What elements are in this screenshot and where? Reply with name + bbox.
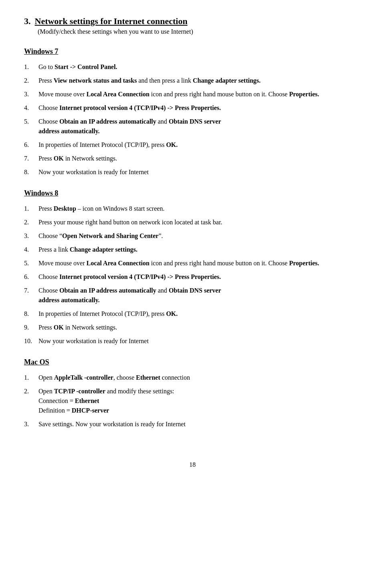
list-item: 3.Move mouse over Local Area Connection … — [24, 90, 361, 99]
list-item-content: In properties of Internet Protocol (TCP/… — [38, 309, 361, 319]
heading-subtitle: (Modify/check these settings when you wa… — [38, 28, 361, 35]
bold-text: Internet protocol version 4 (TCP/IPv4) -… — [59, 104, 221, 111]
bold-text: OK. — [166, 141, 178, 148]
list-item: 3.Choose “Open Network and Sharing Cente… — [24, 231, 361, 241]
list-item-content: Move mouse over Local Area Connection ic… — [38, 258, 361, 268]
list-item: 1.Press Desktop – icon on Windows 8 star… — [24, 204, 361, 214]
list-item-content: Choose Obtain an IP address automaticall… — [38, 286, 361, 305]
list-item-number: 10. — [24, 336, 38, 346]
list-item-number: 7. — [24, 154, 38, 163]
list-item: 5.Move mouse over Local Area Connection … — [24, 258, 361, 268]
list-item: 8.Now your workstation is ready for Inte… — [24, 167, 361, 177]
bold-text: Internet protocol version 4 (TCP/IPv4) -… — [59, 273, 221, 280]
page-number: 18 — [189, 461, 196, 468]
list-item: 10.Now your workstation is ready for Int… — [24, 336, 361, 346]
list-item-content: Press OK in Network settings. — [38, 154, 361, 163]
list-item-content: Press OK in Network settings. — [38, 323, 361, 332]
list-item-number: 3. — [24, 419, 38, 429]
list-item: 6.Choose Internet protocol version 4 (TC… — [24, 272, 361, 282]
bold-text: Start -> Control Panel. — [55, 63, 117, 70]
list-item: 7.Choose Obtain an IP address automatica… — [24, 286, 361, 305]
list-item-content: Press Desktop – icon on Windows 8 start … — [38, 204, 361, 214]
list-item-number: 2. — [24, 218, 38, 227]
list-item-number: 2. — [24, 76, 38, 85]
bold-text: OK — [54, 155, 64, 162]
list-item-number: 8. — [24, 309, 38, 319]
list-item: 1.Open AppleTalk -controller, choose Eth… — [24, 373, 361, 383]
bold-text: address automatically. — [38, 128, 100, 134]
bold-text: Ethernet — [136, 374, 160, 381]
bold-text: Local Area Connection — [87, 91, 150, 98]
list-item-number: 3. — [24, 231, 38, 241]
list-item: 7.Press OK in Network settings. — [24, 154, 361, 163]
bold-text: View network status and tasks — [54, 77, 137, 84]
list-item-number: 5. — [24, 117, 38, 136]
bold-text: OK — [54, 324, 64, 331]
list-item: 4.Choose Internet protocol version 4 (TC… — [24, 103, 361, 113]
list-item: 3.Save settings. Now your workstation is… — [24, 419, 361, 429]
bold-text: DHCP-server — [72, 407, 109, 414]
list-item: 2.Open TCP/IP -controller and modify the… — [24, 387, 361, 415]
list-windows7: 1.Go to Start -> Control Panel.2.Press V… — [24, 62, 361, 177]
heading-title: Network settings for Internet connection — [35, 16, 188, 26]
bold-text: Ethernet — [75, 397, 99, 404]
bold-text: Obtain DNS server — [169, 118, 221, 125]
list-item-number: 4. — [24, 245, 38, 254]
list-item-content: Press your mouse right hand button on ne… — [38, 218, 361, 227]
section-heading-windows8: Windows 8 — [24, 189, 361, 197]
bold-text: Local Area Connection — [87, 260, 150, 267]
list-item: 2.Press your mouse right hand button on … — [24, 218, 361, 227]
section-windows7: Windows 71.Go to Start -> Control Panel.… — [24, 47, 361, 177]
list-item-content: Open TCP/IP -controller and modify these… — [38, 387, 361, 415]
list-item-number: 8. — [24, 167, 38, 177]
sections-container: Windows 71.Go to Start -> Control Panel.… — [24, 47, 361, 429]
list-item-number: 9. — [24, 323, 38, 332]
list-item-content: Press View network status and tasks and … — [38, 76, 361, 85]
list-item-content: Now your workstation is ready for Intern… — [38, 336, 361, 346]
list-item-content: Open AppleTalk -controller, choose Ether… — [38, 373, 361, 383]
list-item-content: In properties of Internet Protocol (TCP/… — [38, 140, 361, 150]
list-macos: 1.Open AppleTalk -controller, choose Eth… — [24, 373, 361, 429]
bold-text: Open Network and Sharing Center — [62, 232, 158, 239]
list-item-content: Choose Internet protocol version 4 (TCP/… — [38, 103, 361, 113]
list-item-number: 1. — [24, 204, 38, 214]
list-item-number: 6. — [24, 272, 38, 282]
list-item: 8.In properties of Internet Protocol (TC… — [24, 309, 361, 319]
list-item: 4.Press a link Change adapter settings. — [24, 245, 361, 254]
list-item-content: Press a link Change adapter settings. — [38, 245, 361, 254]
list-item-content: Save settings. Now your workstation is r… — [38, 419, 361, 429]
page-footer: 18 — [24, 461, 361, 468]
bold-text: Properties. — [289, 260, 319, 267]
heading-number: 3. — [24, 16, 31, 26]
list-item-number: 4. — [24, 103, 38, 113]
list-windows8: 1.Press Desktop – icon on Windows 8 star… — [24, 204, 361, 346]
list-item-number: 3. — [24, 90, 38, 99]
main-heading: 3. Network settings for Internet connect… — [24, 16, 361, 35]
section-heading-macos: Mac OS — [24, 358, 361, 366]
bold-text: AppleTalk -controller — [54, 374, 113, 381]
list-item-number: 2. — [24, 387, 38, 415]
bold-text: OK. — [166, 310, 178, 317]
list-item: 2.Press View network status and tasks an… — [24, 76, 361, 85]
list-item-content: Go to Start -> Control Panel. — [38, 62, 361, 72]
list-item-number: 7. — [24, 286, 38, 305]
bold-text: address automatically. — [38, 297, 100, 303]
bold-text: Properties. — [289, 91, 319, 98]
list-item-number: 1. — [24, 62, 38, 72]
bold-text: TCP/IP -controller — [54, 388, 105, 395]
bold-text: Change adapter settings. — [70, 246, 138, 253]
list-item-number: 1. — [24, 373, 38, 383]
list-item: 5.Choose Obtain an IP address automatica… — [24, 117, 361, 136]
section-windows8: Windows 81.Press Desktop – icon on Windo… — [24, 189, 361, 346]
bold-text: Obtain an IP address automatically — [59, 287, 156, 294]
list-item-content: Move mouse over Local Area Connection ic… — [38, 90, 361, 99]
page-container: 3. Network settings for Internet connect… — [24, 16, 361, 468]
list-item-content: Choose “Open Network and Sharing Center”… — [38, 231, 361, 241]
list-item: 1.Go to Start -> Control Panel. — [24, 62, 361, 72]
bold-text: Obtain an IP address automatically — [59, 118, 156, 125]
section-heading-windows7: Windows 7 — [24, 47, 361, 56]
section-macos: Mac OS1.Open AppleTalk -controller, choo… — [24, 358, 361, 429]
list-item: 9.Press OK in Network settings. — [24, 323, 361, 332]
list-item-content: Choose Obtain an IP address automaticall… — [38, 117, 361, 136]
list-item-content: Now your workstation is ready for Intern… — [38, 167, 361, 177]
